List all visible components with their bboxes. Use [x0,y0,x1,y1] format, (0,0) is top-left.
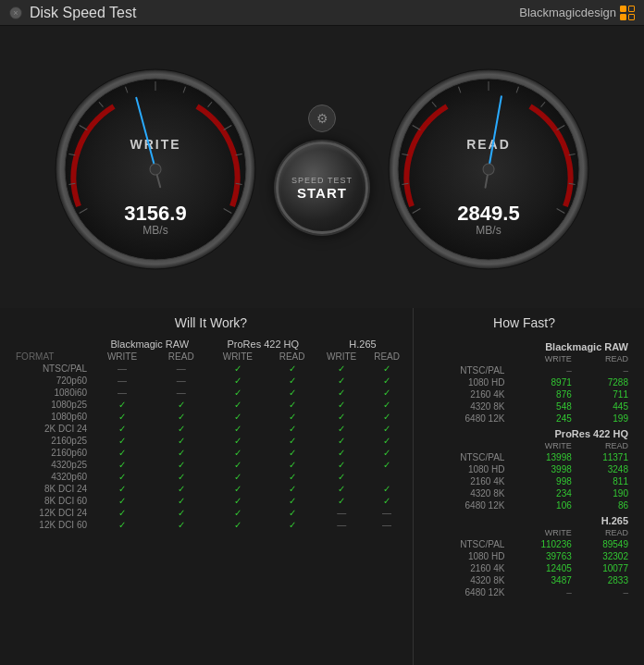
how-fast-group-header: ProRes 422 HQ [418,425,630,440]
svg-text:3156.9: 3156.9 [124,202,186,225]
table-row: 12K DCI 60✓✓✓✓—— [14,519,408,531]
table-row: 1080p60✓✓✓✓✓✓ [14,411,408,423]
how-fast-table: Blackmagic RAWWRITEREADNTSC/PAL––1080 HD… [418,338,630,598]
close-button[interactable]: × [9,6,22,19]
table-row: NTSC/PAL——✓✓✓✓ [14,363,408,375]
brand-dot-3 [620,14,626,20]
title-bar: × Disk Speed Test Blackmagicdesign [0,0,644,26]
how-fast-group-header: H.265 [418,511,630,527]
how-fast-row: 1080 HD39983248 [418,463,630,475]
brand-dot-1 [620,6,626,12]
write-gauge: WRITE 3156.9 MB/s [54,68,257,271]
how-fast-row: 6480 12K10686 [418,499,630,511]
h265-write-header: WRITE [317,351,365,363]
prores-read-header: READ [266,351,317,363]
will-it-work-title: Will It Work? [14,315,408,330]
svg-text:MB/s: MB/s [476,224,501,237]
how-fast-row: 4320 8K34872833 [418,574,630,586]
prores-header: ProRes 422 HQ [209,338,318,351]
h265-header: H.265 [317,338,408,351]
how-fast-panel: How Fast? Blackmagic RAWWRITEREADNTSC/PA… [413,308,635,665]
table-row: 8K DCI 24✓✓✓✓✓✓ [14,483,408,495]
how-fast-row: 2160 4K1240510077 [418,562,630,574]
how-fast-row: 1080 HD89717288 [418,376,630,388]
start-label-main: START [297,185,347,201]
center-controls: ⚙ SPEED TEST START [276,105,368,234]
how-fast-group-header: Blackmagic RAW [418,338,630,353]
table-row: 2K DCI 24✓✓✓✓✓✓ [14,423,408,435]
app-title: Disk Speed Test [30,5,136,21]
brand-dots [620,6,635,20]
h265-read-header: READ [365,351,408,363]
data-section: Will It Work? Blackmagic RAW ProRes 422 … [0,308,644,665]
how-fast-row: 2160 4K876711 [418,388,630,400]
will-it-work-table: Blackmagic RAW ProRes 422 HQ H.265 FORMA… [14,338,408,531]
format-subheader: FORMAT [14,351,91,363]
table-row: 1080p25✓✓✓✓✓✓ [14,399,408,411]
brand-dot-4 [628,14,635,20]
table-row: 2160p60✓✓✓✓✓✓ [14,447,408,459]
how-fast-subheader: WRITEREAD [418,440,630,451]
read-gauge: READ 2849.5 MB/s [387,68,590,271]
bmraw-header: Blackmagic RAW [91,338,208,351]
start-button[interactable]: SPEED TEST START [276,142,368,234]
how-fast-row: 6480 12K245199 [418,413,630,425]
bmraw-write-header: WRITE [91,351,154,363]
format-col-header [14,338,91,351]
gauges-section: WRITE 3156.9 MB/s ⚙ SPEED TEST START [0,26,644,308]
brand-dot-2 [628,6,635,12]
svg-text:WRITE: WRITE [130,137,180,152]
brand-logo: Blackmagicdesign [519,6,635,20]
table-row: 1080i60——✓✓✓✓ [14,387,408,399]
bmraw-read-header: READ [154,351,209,363]
how-fast-subheader: WRITEREAD [418,527,630,538]
will-it-work-panel: Will It Work? Blackmagic RAW ProRes 422 … [9,308,413,665]
how-fast-row: NTSC/PAL1399811371 [418,451,630,463]
how-fast-row: NTSC/PAL–– [418,364,630,376]
brand-name: Blackmagicdesign [519,6,616,19]
svg-text:MB/s: MB/s [142,224,167,237]
how-fast-row: 6480 12K–– [418,586,630,598]
how-fast-row: 4320 8K234190 [418,487,630,499]
table-row: 720p60——✓✓✓✓ [14,375,408,387]
how-fast-row: 1080 HD3976332302 [418,550,630,562]
table-row: 4320p60✓✓✓✓✓ [14,471,408,483]
svg-text:READ: READ [466,137,511,152]
how-fast-subheader: WRITEREAD [418,353,630,364]
table-row: 4320p25✓✓✓✓✓✓ [14,459,408,471]
how-fast-row: NTSC/PAL11023689549 [418,538,630,550]
table-row: 12K DCI 24✓✓✓✓—— [14,507,408,519]
table-row: 8K DCI 60✓✓✓✓✓✓ [14,495,408,507]
gear-button[interactable]: ⚙ [308,105,336,132]
start-label-top: SPEED TEST [291,176,353,185]
prores-write-header: WRITE [209,351,267,363]
svg-text:2849.5: 2849.5 [457,202,519,225]
how-fast-title: How Fast? [418,315,630,330]
how-fast-row: 2160 4K998811 [418,475,630,487]
how-fast-row: 4320 8K548445 [418,400,630,413]
table-row: 2160p25✓✓✓✓✓✓ [14,435,408,447]
